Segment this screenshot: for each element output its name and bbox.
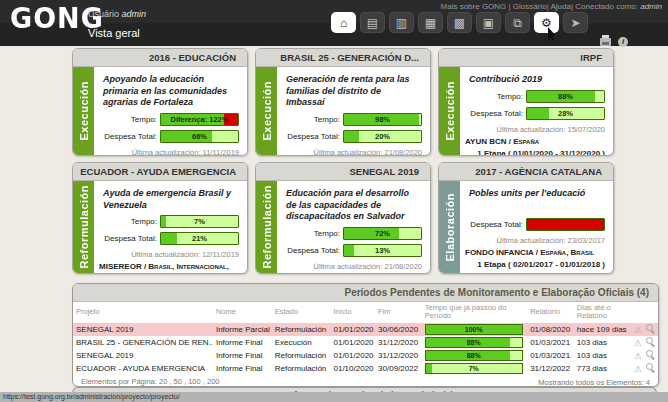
cell-relatorio: 01/03/2021: [527, 349, 574, 362]
project-card-title[interactable]: ECUADOR - AYUDA EMERGENCIA: [73, 163, 247, 181]
page-title: Vista geral: [88, 27, 140, 39]
cell-dias: 773 dias: [574, 362, 631, 375]
period-progressbar: 88%: [425, 350, 523, 361]
despesa-progressbar: 28%: [526, 107, 605, 120]
col-nome: Nome: [213, 302, 272, 323]
magnifier-icon[interactable]: [646, 363, 655, 372]
project-state-label: Elaboración: [444, 193, 456, 261]
cell-fim: 31/12/2020: [375, 336, 422, 349]
stage-dates: 1 Etapa ( 02/01/2017 - 01/01/2018 ): [465, 260, 605, 269]
pending-periods-panel: Períodos Pendentes de Monitoramento e El…: [72, 283, 659, 387]
security-icon[interactable]: ▩: [447, 12, 472, 33]
last-update: Última actualización: 21/08/2020: [282, 148, 422, 156]
col-inicio: Início: [331, 302, 376, 323]
cell-projeto[interactable]: SENEGAL 2019: [73, 323, 213, 336]
last-update: Última actualización: 15/07/2020: [465, 125, 605, 134]
logout-icon[interactable]: ➤: [563, 12, 588, 33]
table-header-row: Projeto Nome Estado Início Fim Tempo que…: [73, 302, 658, 323]
col-estado: Estado: [272, 302, 331, 323]
progress-text: 7%: [426, 364, 522, 373]
tempo-label: Tempo:: [282, 115, 343, 124]
tempo-bar-row: Tempo: 72%: [282, 227, 422, 240]
progress-text: 20%: [344, 131, 421, 142]
project-state-label: Execución: [444, 81, 456, 141]
user-line: Usuário admin: [88, 9, 146, 19]
project-state-band: Execución: [439, 67, 460, 155]
cell-projeto[interactable]: BRASIL 25 - GENERACIÓN DE REN...: [73, 336, 213, 349]
funder-countries: FONDO INFANCIA / España, Brasil: [465, 248, 605, 257]
pending-periods-title[interactable]: Períodos Pendentes de Monitoramento e El…: [73, 284, 658, 302]
progress-text: 88%: [527, 91, 604, 102]
project-card-title[interactable]: BRASIL 25 - GENERACIÓN D...: [256, 49, 430, 67]
progress-text: 28%: [527, 108, 604, 119]
warning-icon[interactable]: ⚠: [634, 325, 642, 335]
project-card-title[interactable]: SENEGAL 2019: [256, 163, 430, 181]
agents-icon[interactable]: ⧉: [505, 12, 530, 33]
project-description: Pobles units per l'educació: [469, 188, 603, 200]
last-update: Última actualización: 21/08/2020: [282, 262, 422, 271]
info-icon[interactable]: i: [618, 37, 628, 47]
warning-icon[interactable]: ⚠: [634, 364, 642, 374]
cell-estado: Reformulación: [272, 349, 331, 362]
project-state-label: Reformulación: [78, 185, 90, 269]
home-icon[interactable]: ⌂: [331, 12, 356, 33]
cell-estado: Reformulación: [272, 362, 331, 375]
cell-inicio: 01/10/2020: [331, 362, 376, 375]
last-update: Última actualización: 23/03/2017: [465, 236, 605, 245]
progress-text: 88%: [426, 338, 522, 347]
cell-projeto[interactable]: SENEGAL 2019: [73, 349, 213, 362]
print-icon[interactable]: [600, 38, 611, 46]
cell-dias: hace 109 dias: [574, 323, 631, 336]
cell-estado: Execución: [272, 336, 331, 349]
connected-user: admin: [640, 2, 662, 11]
magnifier-icon[interactable]: [646, 350, 655, 359]
despesa-progressbar: 21%: [160, 232, 239, 245]
cell-nome: Informe Final: [213, 362, 272, 375]
tempo-bar-row: Tempo: 98%: [282, 113, 422, 126]
table-footer: Elementos por Página: 2050100200 Mostran…: [73, 375, 658, 388]
magnifier-icon[interactable]: [646, 337, 655, 346]
cell-relatorio: 01/08/2020: [527, 323, 574, 336]
project-card-title[interactable]: IRPF: [439, 49, 613, 67]
cell-projeto[interactable]: ECUADOR - AYUDA EMERGENCIA: [73, 362, 213, 375]
cell-nome: Informe Parcial: [213, 323, 272, 336]
page-size-50[interactable]: 50: [174, 377, 189, 386]
cell-relatorio: 31/12/2022: [527, 362, 574, 375]
tempo-progressbar: 7%: [160, 215, 239, 228]
projects-icon[interactable]: ▣: [476, 12, 501, 33]
cell-nome: Informe Final: [213, 336, 272, 349]
tempo-progressbar: 72%: [343, 227, 422, 240]
calendar-icon[interactable]: ▦: [418, 12, 443, 33]
top-links[interactable]: Mais sobre GONG | Glossário| Ajuda| Cone…: [441, 2, 662, 11]
despesa-bar-row: Despesa Total:: [465, 218, 605, 231]
cell-dias: 103 dias: [574, 349, 631, 362]
summary-icon[interactable]: ▤: [360, 12, 385, 33]
page-size-label: Elementos por Página:: [81, 377, 157, 386]
progress-text: 66%: [161, 131, 238, 142]
despesa-label: Despesa Total:: [282, 132, 343, 141]
cell-inicio: 01/01/2020: [331, 323, 376, 336]
top-links-text[interactable]: Mais sobre GONG | Glossário| Ajuda| Cone…: [441, 2, 638, 11]
magnifier-icon[interactable]: [646, 324, 655, 333]
admin-tools-icon[interactable]: ⚙: [534, 12, 559, 33]
warning-icon[interactable]: ⚠: [634, 351, 642, 361]
browser-status-bar: https://test.gong.org.br/administracion/…: [0, 392, 668, 402]
tempo-bar-row: Tempo: 88%: [465, 90, 605, 103]
monitoring-icon[interactable]: ▥: [389, 12, 414, 33]
page-size-20[interactable]: 20: [159, 377, 174, 386]
project-state-label: Reformulación: [261, 185, 273, 269]
despesa-bar-row: Despesa Total: 13%: [282, 244, 422, 257]
despesa-label: Despesa Total:: [99, 234, 160, 243]
progress-text: 7%: [161, 216, 238, 227]
top-header-bar: GONG Usuário admin Vista geral Mais sobr…: [0, 0, 668, 46]
page-size-100[interactable]: 100: [188, 377, 207, 386]
warning-icon[interactable]: ⚠: [634, 338, 642, 348]
project-card-title[interactable]: 2017 - AGÈNCIA CATALANA: [439, 163, 613, 181]
tempo-label: Tempo:: [465, 92, 526, 101]
tempo-label: Tempo:: [282, 229, 343, 238]
project-card-title[interactable]: 2016 - EDUCACIÓN: [73, 49, 247, 67]
page-size-200[interactable]: 200: [207, 377, 220, 386]
project-card: SENEGAL 2019 Reformulación Educación par…: [255, 162, 431, 274]
progress-text: 88%: [426, 351, 522, 360]
table-row: SENEGAL 2019 Informe Parcial Reformulaci…: [73, 323, 658, 336]
